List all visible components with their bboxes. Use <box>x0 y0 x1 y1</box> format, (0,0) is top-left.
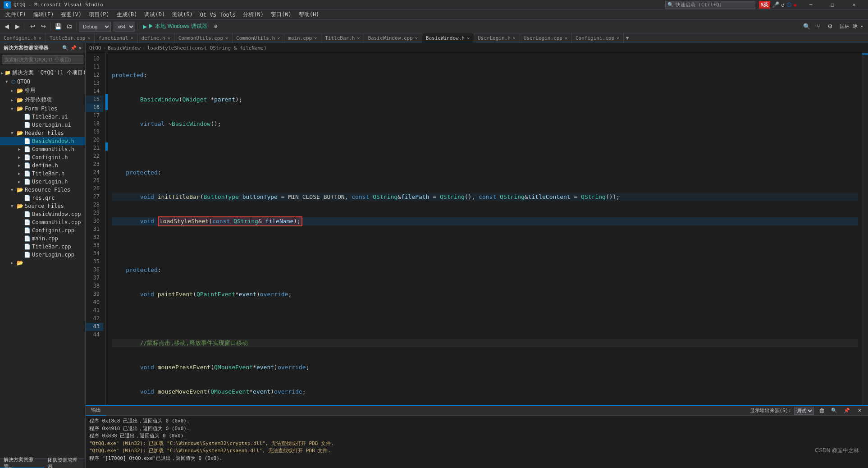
menu-view[interactable]: 视图(V) <box>57 10 85 20</box>
basicwindow-cpp-icon: 📄 <box>24 211 31 217</box>
tree-configini-h[interactable]: ▶ 📄 Configini.h <box>0 153 85 161</box>
tree-res-qrc[interactable]: 📄 res.qrc <box>0 194 85 202</box>
configini-h-icon: 📄 <box>24 154 31 161</box>
sidebar-bottom-tabs: 解决方案资源管… 团队资源管理器 <box>0 458 85 468</box>
tab-close-userlogin-cpp[interactable]: ✕ <box>564 36 568 41</box>
sidebar-search-input[interactable] <box>2 55 83 64</box>
tree-form-files[interactable]: ▼ 📂 Form Files <box>0 105 85 113</box>
tab-titlebar-h[interactable]: TitleBar.h ✕ <box>321 33 364 43</box>
toolbar-attach[interactable]: ⚙ <box>211 22 221 32</box>
toolbar-search-placeholder[interactable]: 快速启动 (Ctrl+Q) <box>676 1 722 8</box>
tree-define-h[interactable]: ▶ 📄 define.h <box>0 161 85 170</box>
close-button[interactable]: ✕ <box>844 0 864 10</box>
tree-source-files[interactable]: ▼ 📂 Source Files <box>0 202 85 210</box>
tree-titlebar-ui[interactable]: 📄 TitleBar.ui <box>0 113 85 121</box>
menu-analyze[interactable]: 分析(N) <box>239 10 267 20</box>
tab-close-main-cpp[interactable]: ✕ <box>314 36 317 41</box>
tab-define-h[interactable]: define.h ✕ <box>138 33 175 43</box>
tree-userlogin-ui[interactable]: 📄 UserLogin.ui <box>0 121 85 129</box>
menu-test[interactable]: 测试(S) <box>169 10 196 20</box>
platform-dropdown[interactable]: x64 x86 <box>114 22 135 32</box>
tab-configini-cpp[interactable]: Configini.cpp ✕ <box>572 33 624 43</box>
tree-configini-cpp[interactable]: 📄 Configini.cpp <box>0 226 85 234</box>
tree-basicwindow-h[interactable]: 📄 BasicWindow.h <box>0 137 85 145</box>
sidebar-tab-team[interactable]: 团队资源管理器 <box>44 459 85 468</box>
tab-close-titlebar-h[interactable]: ✕ <box>356 36 360 41</box>
toolbar-back[interactable]: ◀ <box>2 22 12 32</box>
tab-titlebar-cpp[interactable]: TitleBar.cpp ✕ <box>46 33 95 43</box>
tree-refs[interactable]: ▶ 📂 引用 <box>0 86 85 95</box>
tab-close-basicwindow-h[interactable]: ✕ <box>466 36 470 41</box>
tree-titlebar-cpp[interactable]: 📄 TitleBar.cpp <box>0 243 85 251</box>
sidebar-pin-icon[interactable]: 📌 <box>70 45 77 51</box>
tab-close-titlebar-cpp[interactable]: ✕ <box>87 36 91 41</box>
clear-output-button[interactable]: 🗑 <box>817 406 827 416</box>
output-content: 程序 0x18c8 已退出，返回值为 0 (0x0). 程序 0x4910 已退… <box>86 416 868 468</box>
sidebar-header-icons: 🔍 📌 ✕ <box>62 45 82 51</box>
tab-close-commonutils-cpp[interactable]: ✕ <box>225 36 228 41</box>
tab-basicwindow-h[interactable]: BasicWindow.h ✕ <box>422 33 474 43</box>
tab-main-cpp[interactable]: main.cpp ✕ <box>284 33 321 43</box>
output-tab-output[interactable]: 输出 <box>86 406 106 416</box>
tab-configini-h[interactable]: Configini.h ✕ <box>0 33 46 43</box>
tree-external[interactable]: ▶ 📂 外部依赖项 <box>0 95 85 105</box>
tree-basicwindow-cpp[interactable]: 📄 BasicWindow.cpp <box>0 210 85 218</box>
tab-basicwindow-cpp[interactable]: BasicWindow.cpp ✕ <box>364 33 422 43</box>
output-source-dropdown[interactable]: 调试 <box>794 407 814 415</box>
toolbar-save-all[interactable]: 🗂 <box>64 22 74 32</box>
sidebar-close-icon[interactable]: ✕ <box>78 45 82 51</box>
tree-header-files[interactable]: ▼ 📂 Header Files <box>0 129 85 137</box>
toolbar-undo[interactable]: ↩ <box>27 22 37 32</box>
tab-close-commonutils-h[interactable]: ✕ <box>277 36 280 41</box>
menu-edit[interactable]: 编辑(E) <box>30 10 58 20</box>
sidebar-search-icon[interactable]: 🔍 <box>62 45 69 51</box>
menu-debug[interactable]: 调试(D) <box>141 10 169 20</box>
menu-project[interactable]: 项目(P) <box>85 10 113 20</box>
tree-commonutils-cpp[interactable]: 📄 CommonUtils.cpp <box>0 218 85 226</box>
toolbar-save[interactable]: 💾 <box>53 22 63 32</box>
minimize-button[interactable]: ─ <box>800 0 821 10</box>
toolbar-redo[interactable]: ↪ <box>38 22 48 32</box>
close-output-button[interactable]: ✕ <box>854 406 864 416</box>
tab-commonutils-h[interactable]: CommonUtils.h ✕ <box>233 33 284 43</box>
tab-close-basicwindow-cpp[interactable]: ✕ <box>415 36 418 41</box>
tab-commonutils-cpp[interactable]: CommonUtils.cpp ✕ <box>175 33 233 43</box>
res-qrc-icon: 📄 <box>24 195 31 201</box>
tab-close-configini-cpp[interactable]: ✕ <box>616 36 620 41</box>
tab-close-userlogin-h[interactable]: ✕ <box>512 36 516 41</box>
tab-close-configini-h[interactable]: ✕ <box>38 36 42 41</box>
find-output-button[interactable]: 🔍 <box>829 406 839 416</box>
tree-resource-files[interactable]: ▼ 📂 Resource Files <box>0 186 85 194</box>
config-dropdown[interactable]: Debug Release <box>79 22 111 32</box>
tree-titlebar-h[interactable]: ▶ 📄 TitleBar.h <box>0 170 85 178</box>
tree-commonutils-h[interactable]: ▶ 📄 CommonUtils.h <box>0 145 85 153</box>
tab-functional[interactable]: functional ✕ <box>95 33 137 43</box>
toolbar-forward[interactable]: ▶ <box>13 22 23 32</box>
tree-qtqq[interactable]: ▼ ⬡ QTQQ <box>0 78 85 86</box>
menu-window[interactable]: 窗口(W) <box>267 10 295 20</box>
header-files-arrow: ▼ <box>11 131 15 135</box>
tree-translation-files[interactable]: ▶ 📂 <box>0 259 85 267</box>
code-content[interactable]: protected: BasicWindow(QWidget *parent);… <box>108 53 862 405</box>
menu-qt[interactable]: Qt VS Tools <box>196 10 239 20</box>
toolbar-settings[interactable]: ⚙ <box>825 22 835 32</box>
tabs-overflow-btn[interactable]: ▼ <box>624 33 631 43</box>
tree-userlogin-h[interactable]: ▶ 📄 UserLogin.h <box>0 178 85 186</box>
pin-output-button[interactable]: 📌 <box>842 406 852 416</box>
tree-userlogin-cpp[interactable]: 📄 UserLogin.cpp <box>0 251 85 259</box>
tab-userlogin-cpp[interactable]: UserLogin.cpp ✕ <box>520 33 572 43</box>
tree-solution[interactable]: ▶ 📁 解决方案 'QtQQ'(1 个项目) <box>0 68 85 78</box>
maximize-button[interactable]: □ <box>822 0 843 10</box>
run-button[interactable]: ▶ ▶ 本地 Windows 调试器 <box>140 22 210 31</box>
menu-file[interactable]: 文件(F) <box>2 10 30 20</box>
menu-help[interactable]: 帮助(H) <box>295 10 323 20</box>
sidebar-tab-solution[interactable]: 解决方案资源管… <box>0 459 44 468</box>
menu-build[interactable]: 生成(B) <box>113 10 141 20</box>
toolbar-git[interactable]: ⑂ <box>813 22 823 32</box>
tab-userlogin-h[interactable]: UserLogin.h ✕ <box>474 33 520 43</box>
tab-close-define-h[interactable]: ✕ <box>167 36 171 41</box>
tree-main-cpp[interactable]: 📄 main.cpp <box>0 234 85 243</box>
toolbar-find[interactable]: 🔍 <box>802 22 812 32</box>
code-line-19: void paintEvent(QPaintEvent*event)overri… <box>112 290 858 298</box>
tab-close-functional[interactable]: ✕ <box>130 36 134 41</box>
